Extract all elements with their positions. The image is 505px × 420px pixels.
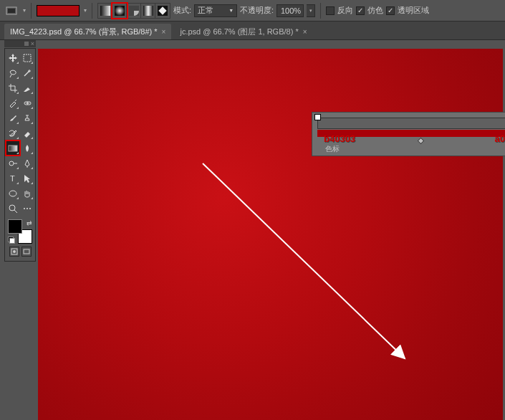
active-tool-indicator[interactable]: [4, 4, 19, 18]
dither-label: 仿色: [367, 5, 383, 16]
document-tab[interactable]: IMG_4223.psd @ 66.7% (背景, RGB/8#) * ×: [4, 24, 171, 39]
svg-rect-20: [24, 249, 29, 254]
transparency-checkbox[interactable]: 透明区域: [386, 5, 429, 16]
opacity-field[interactable]: 100%: [276, 4, 304, 17]
checkbox-icon: [386, 6, 395, 15]
gradient-track[interactable]: [317, 118, 505, 129]
divider: [31, 3, 32, 19]
gradient-midpoint-handle[interactable]: [418, 138, 425, 145]
healing-brush-tool[interactable]: [21, 96, 34, 110]
canvas-area: b40303 a00203 色标: [38, 40, 505, 420]
pen-tool[interactable]: [21, 156, 34, 170]
blend-mode-label: 模式:: [173, 5, 191, 16]
svg-point-13: [9, 191, 16, 196]
color-swatches: ⇄: [8, 219, 32, 244]
chevron-down-icon: ▼: [229, 8, 234, 13]
hand-tool[interactable]: [21, 186, 34, 200]
svg-rect-8: [24, 54, 31, 62]
svg-rect-5: [143, 6, 153, 16]
magic-wand-tool[interactable]: [21, 66, 34, 80]
shape-tool[interactable]: [6, 186, 19, 200]
gradient-style-group: [97, 3, 170, 19]
blur-tool[interactable]: [21, 141, 34, 155]
swap-colors-icon[interactable]: ⇄: [27, 219, 32, 226]
crop-tool[interactable]: [6, 81, 19, 95]
move-tool[interactable]: [6, 51, 19, 65]
document-tab[interactable]: jc.psd @ 66.7% (图层 1, RGB/8) * ×: [174, 24, 312, 39]
divider: [320, 3, 321, 19]
svg-text:T: T: [10, 174, 15, 183]
zoom-tool[interactable]: [6, 201, 19, 215]
radial-gradient-button[interactable]: [112, 4, 127, 18]
checkbox-icon: [356, 6, 365, 15]
svg-point-16: [27, 208, 28, 209]
path-selection-tool[interactable]: [21, 171, 34, 185]
panel-dock-header[interactable]: ×: [4, 40, 36, 47]
reverse-checkbox[interactable]: 反向: [326, 5, 353, 16]
slice-tool[interactable]: [21, 81, 34, 95]
default-colors-icon[interactable]: [8, 237, 15, 244]
brush-tool[interactable]: [6, 111, 19, 125]
blend-mode-value: 正常: [198, 5, 213, 16]
diamond-gradient-button[interactable]: [155, 4, 170, 18]
tab-title: IMG_4223.psd @ 66.7% (背景, RGB/8#) *: [10, 27, 158, 37]
tab-title: jc.psd @ 66.7% (图层 1, RGB/8) *: [180, 27, 298, 37]
svg-point-15: [24, 208, 25, 209]
opacity-dropdown-button[interactable]: ▾: [307, 4, 315, 17]
tools-panel: T ⇄: [4, 48, 36, 262]
annotation-arrow: [38, 49, 505, 420]
quickmask-button[interactable]: [9, 247, 19, 257]
gradient-caption: 色标: [325, 144, 340, 154]
edit-toolbar-button[interactable]: [21, 201, 34, 215]
opacity-label: 不透明度:: [240, 5, 274, 16]
svg-rect-3: [115, 6, 125, 16]
lasso-tool[interactable]: [6, 66, 19, 80]
svg-point-19: [13, 250, 16, 253]
left-stop-color-label: b40303: [324, 133, 355, 144]
document-tabs: IMG_4223.psd @ 66.7% (背景, RGB/8#) * × jc…: [0, 22, 505, 40]
eraser-tool[interactable]: [21, 126, 34, 140]
canvas[interactable]: b40303 a00203 色标: [38, 49, 503, 420]
gradient-picker-caret[interactable]: ▾: [84, 7, 87, 14]
angle-gradient-button[interactable]: [127, 4, 141, 18]
transparency-label: 透明区域: [398, 5, 429, 16]
svg-rect-2: [100, 6, 110, 16]
right-stop-color-label: a00203: [495, 133, 505, 144]
svg-point-11: [9, 161, 14, 166]
foreground-color-swatch[interactable]: [8, 219, 22, 234]
gradient-editor-overlay[interactable]: b40303 a00203 色标: [312, 112, 505, 156]
divider: [92, 3, 92, 19]
svg-point-14: [9, 205, 15, 211]
close-icon[interactable]: ×: [162, 28, 166, 36]
screen-mode-button[interactable]: [21, 247, 32, 257]
dither-checkbox[interactable]: 仿色: [356, 5, 383, 16]
gradient-preview[interactable]: [37, 5, 80, 16]
marquee-tool[interactable]: [21, 51, 34, 65]
close-icon[interactable]: ×: [31, 41, 34, 47]
reverse-label: 反向: [337, 5, 353, 16]
opacity-value: 100%: [281, 6, 301, 15]
type-tool[interactable]: T: [6, 171, 19, 185]
options-bar: ▾ ▾ 模式: 正常 ▼ 不透明度: 100% ▾ 反向 仿色: [0, 0, 505, 22]
eyedropper-tool[interactable]: [6, 96, 19, 110]
checkbox-icon: [326, 6, 335, 15]
panel-grip-icon: [24, 42, 29, 46]
linear-gradient-button[interactable]: [98, 4, 112, 18]
clone-stamp-tool[interactable]: [21, 111, 34, 125]
svg-rect-1: [8, 9, 15, 13]
svg-point-17: [29, 208, 31, 209]
gradient-stop-handle-left[interactable]: [315, 115, 320, 120]
svg-rect-10: [9, 145, 17, 151]
tool-dropdown-caret[interactable]: ▾: [23, 7, 26, 14]
reflected-gradient-button[interactable]: [141, 4, 155, 18]
gradient-tool[interactable]: [6, 141, 19, 155]
svg-line-21: [203, 163, 405, 358]
dodge-tool[interactable]: [6, 156, 19, 170]
close-icon[interactable]: ×: [303, 28, 307, 36]
history-brush-tool[interactable]: [6, 126, 19, 140]
blend-mode-select[interactable]: 正常 ▼: [194, 4, 237, 17]
screen-mode-row: [6, 247, 34, 257]
